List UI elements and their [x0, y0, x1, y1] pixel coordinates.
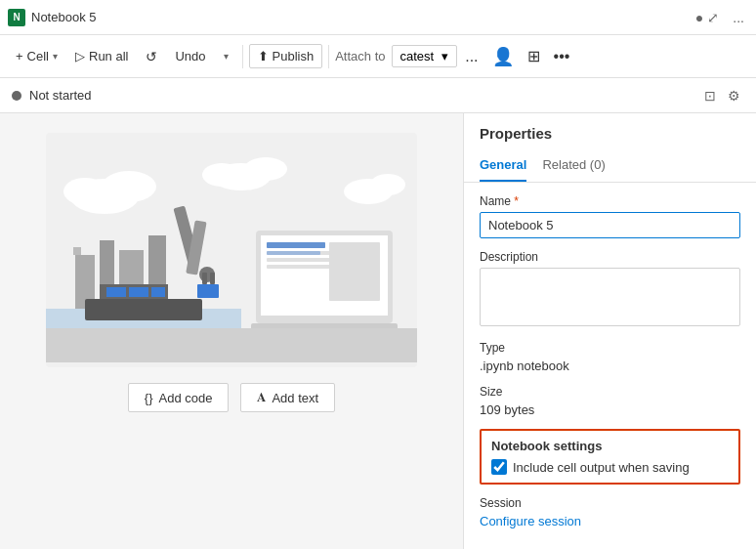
maximize-button[interactable]: ⤢ — [703, 8, 723, 27]
session-label: Session — [480, 496, 740, 510]
properties-tabs: General Related (0) — [464, 149, 756, 183]
undo-dropdown-button[interactable]: ↺ — [138, 45, 165, 68]
attach-dropdown[interactable]: catest ▾ — [392, 45, 458, 67]
svg-rect-24 — [210, 273, 215, 284]
attach-to-label: Attach to — [335, 49, 385, 63]
status-text: Not started — [29, 88, 92, 103]
name-input[interactable] — [480, 212, 740, 238]
session-field-group: Session Configure session — [480, 496, 740, 528]
publish-label: Publish — [273, 49, 315, 63]
cell-output-checkbox[interactable] — [491, 459, 507, 475]
attach-dropdown-arrow: ▾ — [441, 49, 448, 63]
publish-button[interactable]: ⬆ Publish — [249, 44, 323, 68]
undo-arrow-icon: ↺ — [146, 49, 157, 64]
svg-rect-13 — [73, 247, 81, 255]
more-end-icon: ••• — [554, 48, 570, 64]
svg-rect-19 — [151, 287, 165, 297]
add-code-button[interactable]: {} Add code — [128, 383, 230, 412]
description-label: Description — [480, 250, 740, 264]
publish-icon: ⬆ — [258, 49, 269, 63]
title-bar: N Notebook 5 ● ⤢ ... — [0, 0, 756, 35]
attach-value: catest — [400, 49, 435, 63]
undo-dropdown-arrow: ▾ — [224, 51, 229, 62]
name-required: * — [514, 194, 519, 208]
add-code-label: Add code — [159, 391, 213, 405]
svg-rect-34 — [267, 251, 320, 255]
main-content: {} Add code 𝐀 Add text Properties Genera… — [0, 113, 756, 549]
properties-panel: Properties General Related (0) Name * De… — [463, 113, 756, 549]
grid-icon: ⊞ — [527, 48, 540, 64]
notebook-settings-box: Notebook settings Include cell output wh… — [480, 429, 740, 485]
add-text-button[interactable]: 𝐀 Add text — [240, 383, 335, 412]
configure-session-link[interactable]: Configure session — [480, 514, 740, 528]
undo-button[interactable]: Undo — [167, 45, 213, 67]
status-squares-button[interactable]: ⊡ — [700, 86, 720, 106]
tab-related[interactable]: Related (0) — [542, 149, 605, 182]
type-label: Type — [480, 341, 740, 355]
more-toolbar-button[interactable]: ... — [459, 44, 483, 69]
svg-rect-17 — [106, 287, 126, 297]
separator-2 — [328, 45, 329, 68]
svg-rect-33 — [267, 242, 325, 248]
svg-rect-23 — [202, 273, 207, 284]
unsaved-indicator: ● — [695, 10, 703, 25]
status-dot — [12, 91, 21, 101]
svg-rect-25 — [197, 284, 219, 298]
svg-point-6 — [202, 163, 241, 187]
size-value: 109 bytes — [480, 402, 740, 417]
name-label: Name * — [480, 194, 740, 208]
status-bar: Not started ⊡ ⚙ — [0, 78, 756, 113]
play-icon: ▷ — [75, 49, 85, 63]
checkbox-row: Include cell output when saving — [491, 459, 729, 475]
settings-box-title: Notebook settings — [491, 439, 729, 453]
notebook-actions: {} Add code 𝐀 Add text — [128, 383, 335, 412]
type-value: .ipynb notebook — [480, 359, 740, 373]
status-actions: ⊡ ⚙ — [700, 86, 744, 106]
illustration-svg — [46, 133, 417, 367]
size-field-group: Size 109 bytes — [480, 385, 740, 417]
cell-dropdown-arrow: ▾ — [53, 51, 58, 62]
run-all-label: Run all — [89, 49, 128, 63]
undo-more-button[interactable]: ▾ — [216, 47, 236, 65]
user-icon: 👤 — [492, 47, 514, 66]
user-icon-button[interactable]: 👤 — [486, 42, 520, 71]
more-options-button[interactable]: ... — [729, 8, 748, 27]
text-icon: 𝐀 — [257, 390, 266, 405]
plus-icon: + — [16, 49, 23, 63]
svg-rect-18 — [129, 287, 148, 297]
size-label: Size — [480, 385, 740, 399]
properties-body: Name * Description Type .ipynb notebook … — [464, 183, 756, 540]
app-icon: N — [8, 9, 25, 26]
svg-rect-36 — [46, 328, 417, 362]
code-icon: {} — [145, 391, 153, 405]
separator-1 — [242, 45, 243, 68]
name-field-group: Name * — [480, 194, 740, 238]
notebook-illustration — [46, 133, 417, 367]
description-field-group: Description — [480, 250, 740, 329]
svg-point-3 — [63, 178, 106, 205]
status-gear-button[interactable]: ⚙ — [724, 86, 744, 106]
more-end-button[interactable]: ••• — [548, 44, 576, 69]
tab-general[interactable]: General — [480, 149, 526, 182]
description-input[interactable] — [480, 268, 740, 326]
svg-rect-32 — [329, 242, 380, 301]
window-title: Notebook 5 — [31, 10, 690, 24]
grid-icon-button[interactable]: ⊞ — [522, 43, 546, 69]
svg-rect-15 — [85, 299, 202, 320]
cell-output-label: Include cell output when saving — [513, 460, 690, 475]
notebook-area: {} Add code 𝐀 Add text — [0, 113, 463, 549]
type-field-group: Type .ipynb notebook — [480, 341, 740, 373]
cell-button[interactable]: + Cell ▾ — [8, 45, 65, 67]
properties-title: Properties — [464, 113, 756, 142]
cell-label: Cell — [27, 49, 49, 63]
svg-point-2 — [102, 171, 156, 202]
svg-point-5 — [244, 157, 287, 181]
window-controls: ⤢ ... — [703, 8, 748, 27]
run-all-button[interactable]: ▷ Run all — [67, 45, 136, 67]
add-text-label: Add text — [272, 391, 318, 405]
svg-point-8 — [370, 174, 405, 195]
ellipsis-icon: ... — [465, 48, 478, 64]
undo-label: Undo — [175, 49, 205, 63]
toolbar: + Cell ▾ ▷ Run all ↺ Undo ▾ ⬆ Publish At… — [0, 35, 756, 78]
